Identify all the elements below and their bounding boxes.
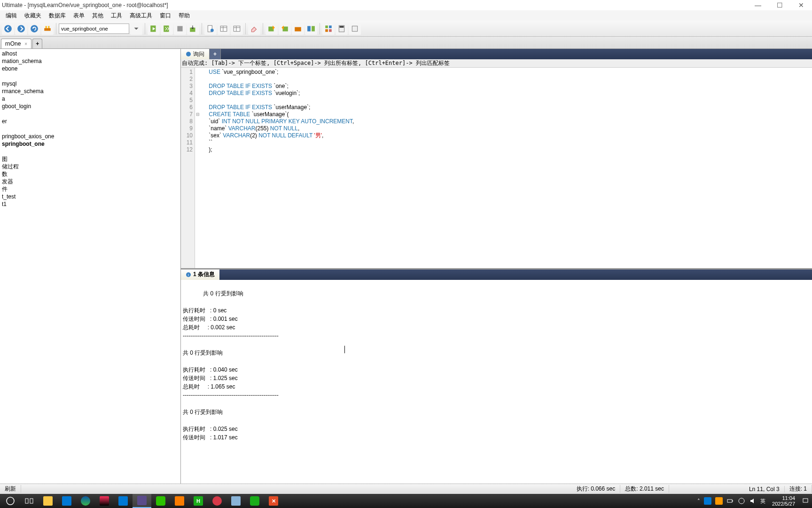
settings-icon[interactable] [349,23,361,35]
tree-node[interactable]: alhost [2,50,179,57]
xmind-icon[interactable]: ✕ [264,494,283,508]
tree-node[interactable]: 图 [2,155,179,163]
menu-window[interactable]: 窗口 [156,12,175,20]
code-line[interactable]: DROP TABLE IF EXISTS `vuelogin`; [203,90,354,97]
azure-icon[interactable] [114,494,133,508]
export-table-icon[interactable] [265,23,278,35]
export-icon[interactable] [187,23,199,35]
new-query-icon[interactable] [204,23,217,35]
table-new-icon[interactable] [218,23,230,35]
tree-node[interactable]: ebone [2,65,179,72]
execute-icon[interactable] [148,23,160,35]
table-edit-icon[interactable] [231,23,243,35]
messages-panel[interactable]: 共 0 行受到影响 执行耗时 : 0 sec 传送时间 : 0.001 sec … [181,280,812,484]
new-tab-button[interactable]: + [32,39,42,48]
tree-node[interactable]: a [2,95,179,103]
menu-other[interactable]: 其他 [88,12,107,20]
tray-chevron-icon[interactable]: ˄ [697,498,700,504]
task-view-icon[interactable] [20,494,39,508]
tree-node[interactable]: mysql [2,80,179,87]
code-line[interactable]: DROP TABLE IF EXISTS `one`; [203,83,354,90]
execute-all-icon[interactable] [161,23,173,35]
close-button[interactable]: ✕ [790,0,812,10]
tree-node[interactable]: gboot_login [2,103,179,110]
messages-tab[interactable]: i 1 条信息 [181,270,219,280]
code-line[interactable] [203,76,354,83]
add-query-tab[interactable]: + [210,49,221,59]
tree-node[interactable]: rmance_schema [2,87,179,95]
tray-volume-icon[interactable] [749,497,757,505]
ime-indicator[interactable]: 英 [760,498,765,505]
explorer-icon[interactable] [39,494,57,508]
sqlyog-icon[interactable] [133,494,151,508]
tree-node[interactable]: t1 [2,200,179,208]
maximize-button[interactable]: ☐ [769,0,790,10]
code-line[interactable]: `name` VARCHAR(255) NOT NULL, [203,125,354,132]
menu-edit[interactable]: 编辑 [2,12,21,20]
menu-tools[interactable]: 工具 [107,12,126,20]
tree-node[interactable] [2,72,179,80]
nav-forward-icon[interactable] [15,23,27,35]
minimize-button[interactable]: — [747,0,769,10]
menu-database[interactable]: 数据库 [45,12,70,20]
code-line[interactable] [203,97,354,104]
stop-icon[interactable] [174,23,186,35]
database-select[interactable] [59,24,129,34]
tree-node[interactable]: 储过程 [2,163,179,170]
schema-icon[interactable] [322,23,335,35]
backup-icon[interactable] [292,23,304,35]
code-line[interactable]: USE `vue_springboot_one`; [203,69,354,76]
hbuilder-icon[interactable]: H [189,494,208,508]
dropdown-icon[interactable] [130,23,142,35]
code-line[interactable]: DROP TABLE IF EXISTS `userManage`; [203,104,354,111]
tree-node[interactable]: er [2,118,179,125]
windows-taskbar[interactable]: H ✕ ˄ 英 11:04 2022/5/27 [0,494,812,508]
notification-icon[interactable] [802,497,809,505]
tree-node[interactable]: t_test [2,193,179,200]
connection-icon[interactable] [41,23,54,35]
query-tab[interactable]: 询问 [181,49,210,59]
code-line[interactable]: ); [203,146,354,153]
code-line[interactable]: `` [203,139,354,146]
tray-battery-icon[interactable] [726,497,734,505]
vscode-icon[interactable] [57,494,76,508]
tray-update-icon[interactable] [715,497,723,505]
app-icon-red[interactable] [208,494,226,508]
tree-node[interactable] [2,110,179,118]
refresh-icon[interactable] [28,23,40,35]
sql-editor[interactable]: 123456789101112 ⊟ USE `vue_springboot_on… [181,68,812,268]
tree-node[interactable]: mation_schema [2,57,179,65]
tree-node[interactable] [2,125,179,133]
object-browser[interactable]: alhostmation_schemaebone mysqlrmance_sch… [0,49,181,484]
app-icon-image[interactable] [226,494,245,508]
fold-gutter[interactable]: ⊟ [195,68,201,268]
tray-network-icon[interactable] [738,497,745,505]
nav-back-icon[interactable] [2,23,14,35]
tray-defender-icon[interactable] [704,497,711,505]
app-icon-green[interactable] [245,494,264,508]
menu-advanced-tools[interactable]: 高级工具 [126,12,156,20]
close-tab-icon[interactable]: × [24,41,27,47]
system-tray[interactable]: ˄ 英 11:04 2022/5/27 [697,494,811,508]
file-tab[interactable]: rnOne × [1,39,31,48]
tree-node[interactable]: 数 [2,170,179,178]
tree-node[interactable] [2,148,179,155]
tree-node[interactable]: 件 [2,185,179,193]
xampp-icon[interactable] [170,494,189,508]
code-line[interactable]: `sex` VARCHAR(2) NOT NULL DEFAULT '男', [203,132,354,139]
tree-node[interactable]: springboot_one [2,140,179,148]
code-area[interactable]: USE `vue_springboot_one`; DROP TABLE IF … [201,68,354,268]
wechat-icon[interactable] [151,494,170,508]
calc-icon[interactable] [336,23,348,35]
code-line[interactable]: `uid` INT NOT NULL PRIMARY KEY AUTO_INCR… [203,118,354,125]
edge-icon[interactable] [76,494,95,508]
intellij-icon[interactable] [95,494,114,508]
tree-node[interactable]: pringboot_axios_one [2,133,179,140]
tree-node[interactable]: 发器 [2,178,179,185]
taskbar-clock[interactable]: 11:04 2022/5/27 [769,494,798,508]
menu-help[interactable]: 帮助 [175,12,194,20]
menu-form[interactable]: 表单 [70,12,88,20]
start-button[interactable] [1,494,20,508]
compare-icon[interactable] [305,23,317,35]
code-line[interactable]: CREATE TABLE `userManage`( [203,111,354,118]
